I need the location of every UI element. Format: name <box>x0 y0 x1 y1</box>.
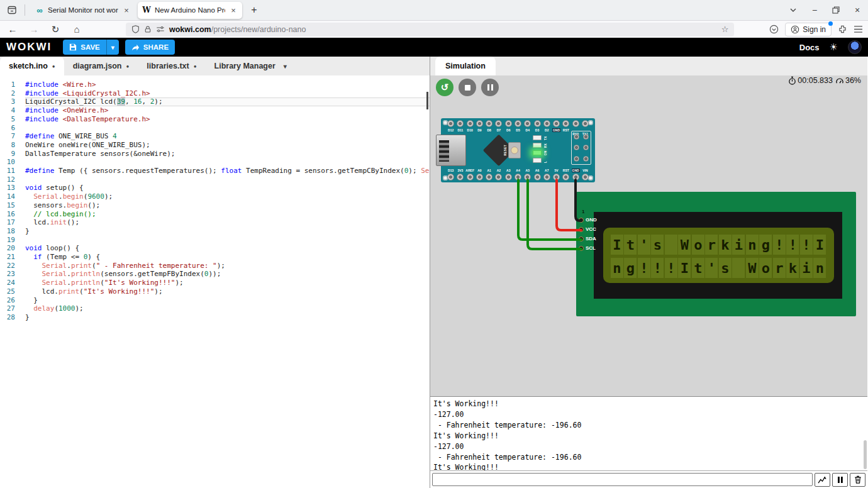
code-line[interactable]: 28} <box>0 313 430 322</box>
sign-in-button[interactable]: Sign in <box>785 23 832 36</box>
icsp-pin[interactable] <box>583 134 589 140</box>
code-line[interactable]: 13void setup() { <box>0 184 430 192</box>
board-pin-gnd[interactable] <box>572 174 579 180</box>
pocket-icon[interactable] <box>769 25 779 34</box>
icsp-pin[interactable] <box>574 134 579 140</box>
code-editor[interactable]: 1#include <Wire.h>2#include <LiquidCryst… <box>0 75 430 488</box>
code-line[interactable]: 3LiquidCrystal_I2C lcd(39, 16, 2); <box>0 97 430 106</box>
extensions-puzzle-icon[interactable] <box>838 25 847 34</box>
board-pin-d6[interactable] <box>505 120 512 127</box>
pause-serial-button[interactable] <box>832 473 848 487</box>
code-line[interactable]: 24 Serial.println("It's Working!!!"); <box>0 279 430 287</box>
url-bar[interactable]: wokwi.com/projects/new/arduino-nano ☆ <box>126 23 734 36</box>
stop-button[interactable] <box>459 79 476 96</box>
code-line[interactable]: 14 Serial.begin(9600); <box>0 192 430 201</box>
lcd-pin-scl[interactable]: SCL <box>579 245 596 251</box>
code-line[interactable]: 18} <box>0 227 430 236</box>
code-line[interactable]: 2#include <LiquidCrystal_I2C.h> <box>0 89 430 98</box>
board-pin-d11[interactable] <box>457 120 464 127</box>
code-line[interactable]: 23 Serial.println(sensors.getTempFByInde… <box>0 270 430 279</box>
save-dropdown-button[interactable]: ▾ <box>106 40 119 55</box>
reload-button[interactable]: ↻ <box>48 23 63 36</box>
code-line[interactable]: 25 lcd.print("It's Working!!!"); <box>0 287 430 296</box>
tab-libraries-txt[interactable]: libraries.txt ● <box>138 57 205 75</box>
reset-button[interactable] <box>508 142 521 158</box>
board-pin-rst[interactable] <box>562 174 569 180</box>
docs-link[interactable]: Docs <box>799 43 820 52</box>
firefox-view-button[interactable] <box>4 3 20 18</box>
avatar[interactable] <box>848 40 862 54</box>
save-button[interactable]: SAVE <box>63 40 106 55</box>
board-pin-3v3[interactable] <box>457 174 464 180</box>
board-pin-a2[interactable] <box>495 174 502 180</box>
code-line[interactable]: 6 <box>0 124 430 133</box>
board-pin-a5[interactable] <box>524 174 531 180</box>
board-pin-aref[interactable] <box>467 174 474 180</box>
restart-button[interactable]: ↺ <box>436 79 453 96</box>
restore-button[interactable] <box>825 0 847 21</box>
board-pin-d3[interactable] <box>534 120 541 127</box>
browser-tab-wokwi[interactable]: W New Arduino Nano Project - Wo × <box>138 2 242 19</box>
code-line[interactable]: 16 // lcd.begin(); <box>0 210 430 219</box>
code-line[interactable]: 10 <box>0 158 430 167</box>
serial-monitor-output[interactable]: It's Working!!!-127.00 - Fahrenheit temp… <box>430 396 867 470</box>
serial-input[interactable] <box>432 473 813 486</box>
code-line[interactable]: 9DallasTemperature sensors(&oneWire); <box>0 150 430 158</box>
board-pin-d4[interactable] <box>524 120 531 127</box>
code-line[interactable]: 15 sensors.begin(); <box>0 201 430 210</box>
code-line[interactable]: 27 delay(1000); <box>0 304 430 313</box>
lcd1602-module[interactable]: It's Working!!!I ng!!!It's Workin 1 GNDV… <box>576 192 856 316</box>
close-window-button[interactable]: × <box>847 0 868 21</box>
code-line[interactable]: 11#define Temp ({ sensors.requestTempera… <box>0 167 430 175</box>
board-pin-a0[interactable] <box>476 174 483 180</box>
share-button[interactable]: SHARE <box>125 40 175 55</box>
board-pin-gnd[interactable] <box>553 120 560 127</box>
board-pin-d8[interactable] <box>486 120 492 127</box>
board-pin-a3[interactable] <box>505 174 512 180</box>
close-icon[interactable]: × <box>122 6 131 15</box>
back-button[interactable]: ← <box>5 23 20 36</box>
code-line[interactable]: 26 } <box>0 296 430 305</box>
board-pin-a4[interactable] <box>515 174 521 180</box>
home-button[interactable]: ⌂ <box>69 23 84 36</box>
board-pin-a6[interactable] <box>534 174 541 180</box>
icsp-pin[interactable] <box>583 145 589 150</box>
board-pin-tx1[interactable] <box>582 120 589 127</box>
board-pin-5v[interactable] <box>553 174 560 180</box>
code-line[interactable]: 8OneWire oneWire(ONE_WIRE_BUS); <box>0 141 430 150</box>
code-line[interactable]: 5#include <DallasTemperature.h> <box>0 115 430 124</box>
browser-tab-serial-monitor[interactable]: ∞ Serial Monitor not working - Pro × <box>31 2 135 19</box>
tab-sketch-ino[interactable]: sketch.ino ● <box>0 57 64 75</box>
board-pin-vin[interactable] <box>582 174 589 180</box>
icsp-pin[interactable] <box>574 156 579 162</box>
menu-icon[interactable] <box>854 25 863 33</box>
tab-diagram-json[interactable]: diagram.json ● <box>64 57 138 75</box>
code-line[interactable]: 19 <box>0 236 430 245</box>
tab-simulation[interactable]: Simulation <box>435 57 496 75</box>
code-line[interactable]: 20void loop() { <box>0 244 430 253</box>
editor-scrollbar-thumb[interactable] <box>426 92 428 109</box>
theme-toggle-sun-icon[interactable]: ☀ <box>830 42 838 53</box>
clear-serial-button[interactable] <box>850 473 865 487</box>
code-line[interactable]: 22 Serial.print(" - Fahrenheit temperatu… <box>0 262 430 270</box>
close-icon[interactable]: × <box>229 6 238 15</box>
icsp-pin[interactable] <box>583 156 589 162</box>
code-line[interactable]: 7#define ONE_WIRE_BUS 4 <box>0 132 430 141</box>
pause-button[interactable] <box>481 79 499 96</box>
bookmark-star-icon[interactable]: ☆ <box>721 25 729 34</box>
lcd-pin-vcc[interactable]: VCC <box>579 226 596 232</box>
icsp-pin[interactable] <box>574 145 579 150</box>
board-pin-d5[interactable] <box>515 120 521 127</box>
board-pin-d13[interactable] <box>447 174 454 180</box>
board-pin-d12[interactable] <box>447 120 454 127</box>
board-pin-a7[interactable] <box>543 174 550 180</box>
board-pin-a1[interactable] <box>486 174 492 180</box>
serial-scrollbar-thumb[interactable] <box>864 440 867 469</box>
code-line[interactable]: 4#include <OneWire.h> <box>0 106 430 115</box>
code-line[interactable]: 21 if (Temp <= 0) { <box>0 253 430 262</box>
arduino-nano-board[interactable]: D12D11D10D9D8D7D6D5D4D3D2GNDRSTRX0TX1 D1… <box>441 118 595 182</box>
code-line[interactable]: 17 lcd.init(); <box>0 218 430 227</box>
board-pin-d7[interactable] <box>495 120 502 127</box>
code-line[interactable]: 12 <box>0 175 430 184</box>
board-pin-d2[interactable] <box>543 120 550 127</box>
